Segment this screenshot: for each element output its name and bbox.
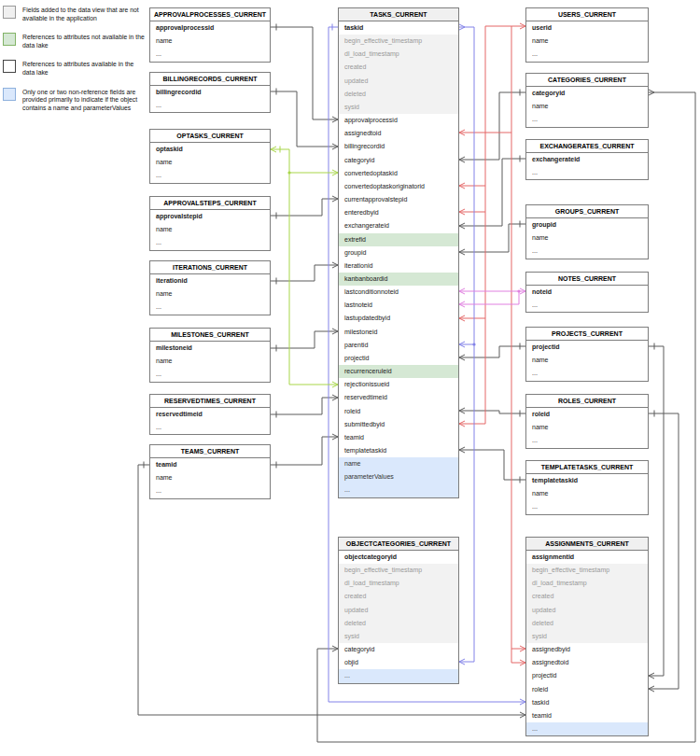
field-tasks-currentapprovalstepid[interactable]: currentapprovalstepid <box>339 193 458 206</box>
table-billingrecords[interactable]: BILLINGRECORDS_CURRENTbillingrecordid... <box>149 72 271 113</box>
field-assignments-ellipsis[interactable]: ... <box>526 722 648 735</box>
table-title[interactable]: RESERVEDTIMES_CURRENT <box>150 395 270 408</box>
field-tasks-groupid[interactable]: groupid <box>339 246 458 259</box>
field-tasks-recurrenceruleid[interactable]: recurrenceruleid <box>339 365 458 378</box>
field-assignments-sysid[interactable]: sysid <box>526 630 648 643</box>
table-title[interactable]: USERS_CURRENT <box>526 8 648 21</box>
table-projects[interactable]: PROJECTS_CURRENTprojectidname... <box>525 327 649 382</box>
field-objectcategories-objectcategoryid[interactable]: objectcategoryid <box>339 551 458 564</box>
field-tasks-enteredbyid[interactable]: enteredbyid <box>339 206 458 219</box>
field-exchangerates-exchangerateid[interactable]: exchangerateid <box>526 153 648 166</box>
field-tasks-templatetaskid[interactable]: templatetaskid <box>339 444 458 457</box>
table-roles[interactable]: ROLES_CURRENTroleidname... <box>525 394 649 449</box>
field-exchangerates-ellipsis[interactable]: ... <box>526 166 648 179</box>
field-templatetasks-templatetaskid[interactable]: templatetaskid <box>526 474 648 487</box>
table-title[interactable]: TEMPLATETASKS_CURRENT <box>526 461 648 474</box>
table-title[interactable]: PROJECTS_CURRENT <box>526 328 648 341</box>
table-title[interactable]: TEAMS_CURRENT <box>150 445 270 458</box>
table-title[interactable]: MILESTONES_CURRENT <box>150 329 270 342</box>
field-teams-ellipsis[interactable]: ... <box>150 484 270 497</box>
field-billingrecords-billingrecordid[interactable]: billingrecordid <box>150 86 270 99</box>
table-title[interactable]: TASKS_CURRENT <box>339 8 458 21</box>
field-assignments-begin_effective_timestamp[interactable]: begin_effective_timestamp <box>526 564 648 577</box>
field-assignments-assignmentid[interactable]: assignmentid <box>526 551 648 564</box>
field-approvalprocesses-name[interactable]: name <box>150 35 270 48</box>
field-milestones-ellipsis[interactable]: ... <box>150 368 270 381</box>
field-assignments-deleted[interactable]: deleted <box>526 617 648 630</box>
field-tasks-parentid[interactable]: parentid <box>339 339 458 352</box>
field-iterations-name[interactable]: name <box>150 287 270 301</box>
field-tasks-kanbanboardid[interactable]: kanbanboardid <box>339 273 458 286</box>
field-roles-name[interactable]: name <box>526 421 648 434</box>
field-templatetasks-ellipsis[interactable]: ... <box>526 500 648 513</box>
field-objectcategories-sysid[interactable]: sysid <box>339 630 458 643</box>
field-roles-roleid[interactable]: roleid <box>526 408 648 421</box>
field-tasks-milestoneid[interactable]: milestoneid <box>339 326 458 339</box>
field-assignments-assignedtoid[interactable]: assignedtoid <box>526 656 648 669</box>
field-tasks-categoryid[interactable]: categoryid <box>339 154 458 167</box>
field-objectcategories-dl_load_timestamp[interactable]: dl_load_timestamp <box>339 577 458 590</box>
field-approvalsteps-ellipsis[interactable]: ... <box>150 236 270 249</box>
table-groups[interactable]: GROUPS_CURRENTgroupidname... <box>525 204 649 259</box>
field-projects-ellipsis[interactable]: ... <box>526 367 648 380</box>
field-assignments-dl_load_timestamp[interactable]: dl_load_timestamp <box>526 577 648 590</box>
field-tasks-lastupdatedbyid[interactable]: lastupdatedbyid <box>339 312 458 325</box>
field-categories-categoryid[interactable]: categoryid <box>526 87 648 100</box>
table-approvalsteps[interactable]: APPROVALSTEPS_CURRENTapprovalstepidname.… <box>149 196 271 251</box>
table-title[interactable]: ASSIGNMENTS_CURRENT <box>526 538 648 551</box>
table-title[interactable]: APPROVALSTEPS_CURRENT <box>150 197 270 210</box>
field-teams-name[interactable]: name <box>150 471 270 484</box>
field-tasks-lastconditionnoteid[interactable]: lastconditionnoteid <box>339 286 458 299</box>
field-tasks-lastnoteid[interactable]: lastnoteid <box>339 299 458 312</box>
field-milestones-name[interactable]: name <box>150 355 270 368</box>
field-users-ellipsis[interactable]: ... <box>526 48 648 61</box>
field-iterations-iterationid[interactable]: iterationid <box>150 274 270 287</box>
field-objectcategories-deleted[interactable]: deleted <box>339 617 458 630</box>
table-title[interactable]: OBJECTCATEGORIES_CURRENT <box>339 538 458 551</box>
table-title[interactable]: ROLES_CURRENT <box>526 395 648 408</box>
field-tasks-convertedoptaskid[interactable]: convertedoptaskid <box>339 167 458 180</box>
field-tasks-teamid[interactable]: teamid <box>339 431 458 444</box>
field-users-userid[interactable]: userid <box>526 21 648 35</box>
table-title[interactable]: ITERATIONS_CURRENT <box>150 261 270 274</box>
table-title[interactable]: NOTES_CURRENT <box>526 273 648 286</box>
field-notes-ellipsis[interactable]: ... <box>526 299 648 312</box>
field-tasks-taskid[interactable]: taskid <box>339 21 458 35</box>
field-tasks-billingrecordid[interactable]: billingrecordid <box>339 140 458 153</box>
table-title[interactable]: OPTASKS_CURRENT <box>150 130 270 143</box>
field-tasks-exchangerateid[interactable]: exchangerateid <box>339 219 458 232</box>
field-tasks-sysid[interactable]: sysid <box>339 101 458 114</box>
field-assignments-teamid[interactable]: teamid <box>526 709 648 722</box>
field-approvalprocesses-ellipsis[interactable]: ... <box>150 48 270 61</box>
table-objectcategories[interactable]: OBJECTCATEGORIES_CURRENTobjectcategoryid… <box>338 537 459 684</box>
field-assignments-taskid[interactable]: taskid <box>526 696 648 709</box>
field-billingrecords-ellipsis[interactable]: ... <box>150 99 270 112</box>
field-tasks-updated[interactable]: updated <box>339 75 458 88</box>
table-approvalprocesses[interactable]: APPROVALPROCESSES_CURRENTapprovalprocess… <box>149 7 271 63</box>
field-projects-projectid[interactable]: projectid <box>526 341 648 354</box>
table-templatetasks[interactable]: TEMPLATETASKS_CURRENTtemplatetaskidname.… <box>525 460 649 515</box>
field-tasks-deleted[interactable]: deleted <box>339 88 458 101</box>
field-optasks-name[interactable]: name <box>150 156 270 169</box>
field-objectcategories-updated[interactable]: updated <box>339 604 458 617</box>
table-title[interactable]: APPROVALPROCESSES_CURRENT <box>150 8 270 21</box>
field-tasks-roleid[interactable]: roleid <box>339 405 458 418</box>
field-milestones-milestoneid[interactable]: milestoneid <box>150 342 270 355</box>
field-reservedtimes-reservedtimeid[interactable]: reservedtimeid <box>150 408 270 421</box>
field-notes-noteid[interactable]: noteid <box>526 286 648 299</box>
table-title[interactable]: CATEGORIES_CURRENT <box>526 74 648 87</box>
field-roles-ellipsis[interactable]: ... <box>526 434 648 447</box>
field-tasks-rejectionissueid[interactable]: rejectionissueid <box>339 378 458 391</box>
field-projects-name[interactable]: name <box>526 354 648 367</box>
field-optasks-optaskid[interactable]: optaskid <box>150 143 270 156</box>
table-title[interactable]: GROUPS_CURRENT <box>526 205 648 218</box>
field-categories-name[interactable]: name <box>526 100 648 113</box>
field-templatetasks-name[interactable]: name <box>526 487 648 500</box>
table-milestones[interactable]: MILESTONES_CURRENTmilestoneidname... <box>149 328 271 383</box>
table-optasks[interactable]: OPTASKS_CURRENToptaskidname... <box>149 129 271 184</box>
table-reservedtimes[interactable]: RESERVEDTIMES_CURRENTreservedtimeid... <box>149 394 271 435</box>
field-approvalsteps-name[interactable]: name <box>150 223 270 236</box>
table-assignments[interactable]: ASSIGNMENTS_CURRENTassignmentidbegin_eff… <box>525 537 649 736</box>
table-title[interactable]: BILLINGRECORDS_CURRENT <box>150 73 270 86</box>
table-exchangerates[interactable]: EXCHANGERATES_CURRENTexchangerateid... <box>525 139 649 180</box>
